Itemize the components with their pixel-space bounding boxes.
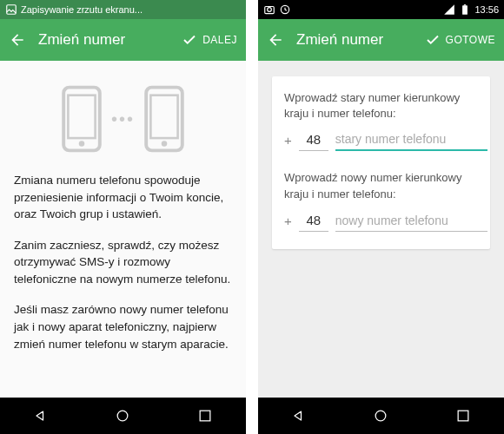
nav-bar: [0, 398, 246, 434]
svg-rect-5: [150, 95, 177, 138]
status-bar: 13:56: [258, 0, 504, 19]
old-phone-input[interactable]: [335, 130, 487, 151]
screen-form: 13:56 Zmień numer GOTOWE Wprowadź stary …: [258, 0, 504, 434]
new-number-label: Wprowadź nowy numer kierunkowy kraju i n…: [284, 170, 478, 201]
screen-info: Zapisywanie zrzutu ekranu... Zmień numer…: [0, 0, 246, 434]
app-bar: Zmień numer DALEJ: [0, 19, 246, 61]
svg-rect-13: [464, 4, 466, 5]
content-area: ••• Zmiana numeru telefonu spowoduje prz…: [0, 61, 246, 398]
old-number-row: +: [284, 130, 478, 151]
nav-home-icon[interactable]: [114, 407, 131, 424]
new-number-row: +: [284, 211, 478, 232]
app-bar: Zmień numer GOTOWE: [258, 19, 504, 61]
nav-home-icon[interactable]: [372, 407, 389, 424]
page-title: Zmień numer: [296, 31, 383, 49]
nav-recent-icon[interactable]: [196, 407, 214, 424]
nav-bar: [258, 398, 504, 434]
status-time: 13:56: [474, 4, 499, 15]
nav-back-icon[interactable]: [32, 407, 50, 424]
page-title: Zmień numer: [38, 31, 125, 49]
plus-prefix: +: [284, 214, 292, 232]
info-paragraph: Zanim zaczniesz, sprawdź, czy możesz otr…: [14, 237, 232, 288]
phone-old-icon: [59, 85, 104, 153]
svg-rect-8: [200, 411, 210, 421]
svg-rect-2: [68, 95, 95, 138]
back-icon[interactable]: [9, 31, 26, 49]
signal-icon: [443, 3, 455, 16]
status-bar: Zapisywanie zrzutu ekranu...: [0, 0, 246, 19]
svg-point-9: [268, 8, 272, 12]
back-icon[interactable]: [267, 31, 284, 49]
svg-point-14: [376, 411, 387, 421]
old-number-label: Wprowadź stary numer kierunkowy kraju i …: [284, 90, 478, 122]
svg-rect-15: [458, 411, 468, 421]
form-card: Wprowadź stary numer kierunkowy kraju i …: [272, 76, 490, 249]
clock-icon: [279, 3, 291, 16]
image-icon: [5, 3, 17, 16]
check-icon: [182, 32, 197, 48]
new-country-code-input[interactable]: [299, 211, 328, 232]
check-icon: [425, 32, 441, 48]
next-button[interactable]: DALEJ: [182, 32, 237, 48]
nav-recent-icon[interactable]: [454, 407, 472, 424]
nav-back-icon[interactable]: [290, 407, 308, 424]
done-button[interactable]: GOTOWE: [425, 32, 495, 48]
done-label: GOTOWE: [446, 34, 495, 46]
plus-prefix: +: [284, 133, 292, 151]
info-paragraph: Jeśli masz zarówno nowy numer telefonu j…: [14, 301, 232, 352]
old-country-code-input[interactable]: [299, 130, 328, 151]
content-area: Wprowadź stary numer kierunkowy kraju i …: [258, 61, 504, 398]
svg-rect-0: [7, 5, 17, 15]
camera-icon: [263, 3, 275, 16]
svg-rect-12: [463, 5, 468, 14]
svg-point-6: [162, 141, 168, 147]
svg-point-3: [79, 141, 85, 147]
status-text: Zapisywanie zrzutu ekranu...: [21, 4, 143, 15]
phones-illustration: •••: [14, 85, 232, 153]
next-label: DALEJ: [202, 34, 237, 46]
transfer-dots-icon: •••: [111, 109, 135, 129]
new-phone-input[interactable]: [335, 212, 487, 232]
battery-icon: [459, 3, 471, 16]
info-paragraph: Zmiana numeru telefonu spowoduje przenie…: [14, 172, 232, 223]
svg-point-7: [118, 411, 129, 421]
phone-new-icon: [142, 85, 187, 153]
